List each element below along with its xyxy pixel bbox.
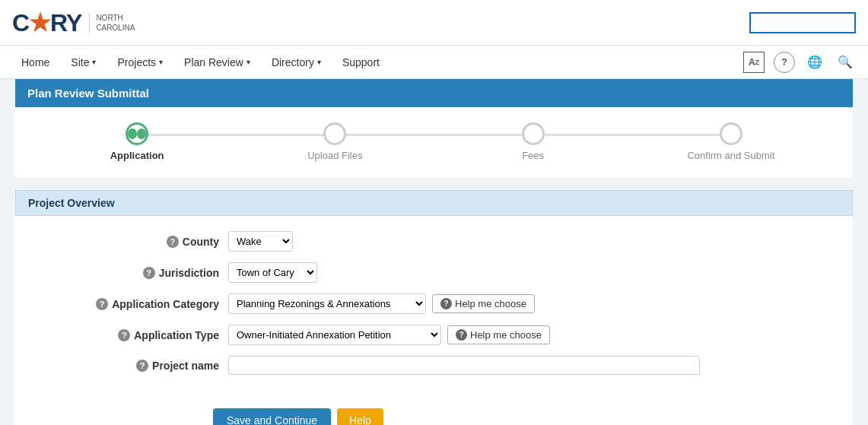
directory-caret: ▾ [317,58,321,66]
step-circle-confirm [720,122,742,145]
help-circle-icon[interactable]: ? [774,52,795,73]
step-dot-application [128,128,137,139]
logo-area: C★RY NORTH CAROLINA [12,11,135,35]
nav-directory[interactable]: Directory ▾ [262,49,330,76]
nav-support[interactable]: Support [333,49,389,76]
county-help-icon[interactable]: ? [167,236,179,248]
application-category-row: ? Application Category Planning Rezoning… [15,293,853,314]
button-row: Save and Continue Help [15,401,853,425]
app-category-help-me-button[interactable]: ? Help me choose [432,294,535,313]
jurisdiction-select[interactable]: Town of Cary Wake County City of Raleigh [228,262,317,283]
app-category-help-icon[interactable]: ? [96,298,108,310]
step-circle-upload [323,122,346,145]
step-label-confirm: Confirm and Submit [687,150,774,161]
logo-nc: NORTH CAROLINA [89,13,135,33]
page-title: Plan Review Submittal [15,79,853,107]
search-icon[interactable]: 🔍 [835,52,856,73]
step-line-1 [137,134,335,136]
progress-container: Application Upload Files Fees Confirm an… [15,107,853,178]
application-category-select[interactable]: Planning Rezonings & Annexations Buildin… [228,293,426,314]
application-type-row: ? Application Type Owner-Initiated Annex… [15,325,853,345]
project-name-help-icon[interactable]: ? [136,360,148,372]
projects-caret: ▾ [159,58,163,66]
globe-icon[interactable]: 🌐 [804,52,825,73]
county-row: ? County Wake Chatham Johnston [15,231,853,252]
az-icon[interactable]: AZ [743,52,765,73]
help-me-choose-icon-cat: ? [440,298,452,309]
county-label: ? County [30,236,228,248]
help-me-choose-icon-type: ? [456,329,467,341]
page-content: Plan Review Submittal Application Upload… [0,79,868,425]
jurisdiction-label: ? Jurisdiction [30,267,228,279]
application-type-label: ? Application Type [30,329,228,341]
nav-bar: Home Site ▾ Projects ▾ Plan Review ▾ Dir… [0,46,868,79]
application-type-select[interactable]: Owner-Initiated Annexation Petition Rezo… [228,325,441,345]
county-select[interactable]: Wake Chatham Johnston [228,231,293,252]
project-name-label: ? Project name [30,360,228,372]
step-line-2 [335,134,533,136]
nav-site[interactable]: Site ▾ [62,49,105,76]
step-application: Application [38,122,236,161]
nav-plan-review[interactable]: Plan Review ▾ [175,49,259,76]
step-upload: Upload Files [236,122,434,161]
step-confirm: Confirm and Submit [632,122,830,161]
nav-home[interactable]: Home [12,49,59,76]
help-button[interactable]: Help [337,408,383,425]
step-label-fees: Fees [522,150,544,161]
jurisdiction-row: ? Jurisdiction Town of Cary Wake County … [15,262,853,283]
step-circle-application [126,122,148,145]
logo-star: ★ [29,9,50,36]
app-type-help-me-button[interactable]: ? Help me choose [447,325,550,344]
project-name-input[interactable] [228,356,700,375]
nav-icons: AZ ? 🌐 🔍 [743,52,856,73]
form-area: ? County Wake Chatham Johnston ? Jurisdi… [15,216,853,401]
project-overview-header: Project Overview [15,190,853,216]
site-caret: ▾ [92,58,96,66]
save-continue-button[interactable]: Save and Continue [213,408,331,425]
header-search-input[interactable] [749,12,856,33]
step-label-upload: Upload Files [307,150,362,161]
application-category-label: ? Application Category [30,298,228,310]
steps-row: Application Upload Files Fees Confirm an… [38,122,830,161]
jurisdiction-help-icon[interactable]: ? [143,267,155,279]
step-circle-fees [522,122,545,145]
step-label-application: Application [110,150,164,161]
project-name-row: ? Project name [15,356,853,375]
nav-projects[interactable]: Projects ▾ [108,49,172,76]
logo-text: C★RY [12,11,81,35]
step-line-3 [533,134,731,136]
top-header: C★RY NORTH CAROLINA [0,0,868,46]
app-type-help-icon[interactable]: ? [118,329,130,341]
step-fees: Fees [434,122,632,161]
plan-review-caret: ▾ [246,58,250,66]
